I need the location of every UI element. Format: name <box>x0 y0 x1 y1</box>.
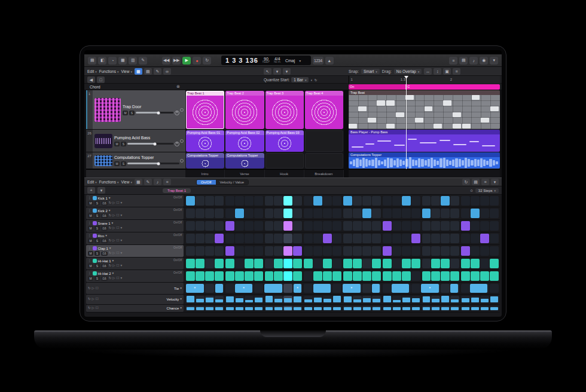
mute-button[interactable]: M <box>88 276 93 281</box>
step-cell-10[interactable] <box>274 234 283 243</box>
rotate-icon[interactable]: ↻ <box>109 277 112 280</box>
step-cell-24[interactable] <box>411 259 420 268</box>
solo-button[interactable]: S <box>94 251 100 256</box>
step-cell-30[interactable] <box>471 209 480 218</box>
step-cell-6[interactable] <box>235 209 244 218</box>
subrow-cell-1[interactable] <box>186 296 195 303</box>
step-cell-10[interactable] <box>274 271 283 281</box>
chevron-down-icon[interactable]: ▾ <box>120 277 122 280</box>
region-trap-beat[interactable]: Trap Beat <box>349 90 500 129</box>
step-cell-15[interactable] <box>323 259 332 268</box>
step-cell-13[interactable] <box>304 234 313 243</box>
chevron-down-icon[interactable]: ▾ <box>180 287 182 290</box>
step-cell-7[interactable] <box>245 221 254 231</box>
step-cell-2[interactable] <box>196 209 205 218</box>
step-cell-26[interactable] <box>431 221 440 231</box>
subrow-cell-6[interactable] <box>235 306 244 311</box>
step-cell-12[interactable] <box>293 234 302 243</box>
mixer-icon[interactable]: ▦ <box>118 57 127 65</box>
step-cell-16[interactable] <box>332 209 341 218</box>
subrow-cell-4[interactable] <box>215 306 224 311</box>
step-cell-26[interactable] <box>431 259 440 268</box>
loop-cell[interactable]: Trap Beat 2 <box>225 91 264 129</box>
step-cell-31[interactable] <box>480 271 489 281</box>
mute-button[interactable]: M <box>88 226 93 231</box>
step-cell-23[interactable] <box>402 259 411 268</box>
step-cell-32[interactable] <box>490 209 499 218</box>
drag-handle-icon[interactable]: ⋮ <box>88 197 91 200</box>
subrow-cell-10[interactable] <box>274 306 283 311</box>
step-cell-27[interactable] <box>441 196 450 206</box>
step-cell-16[interactable] <box>332 259 341 268</box>
step-cell-15[interactable] <box>323 196 332 206</box>
step-cell-4[interactable] <box>215 209 224 218</box>
tie-block[interactable]: * <box>186 284 204 293</box>
step-cell-31[interactable] <box>480 209 489 218</box>
row-play-icon[interactable]: ▷ <box>112 277 115 280</box>
step-cell-14[interactable] <box>313 221 322 231</box>
step-cell-27[interactable] <box>441 259 450 268</box>
solo-button[interactable]: S <box>94 226 100 231</box>
tools-icon[interactable]: ✎ <box>139 57 147 65</box>
region-bass-player[interactable]: Bass Player - Pump Bass <box>349 130 500 152</box>
step-cell-12[interactable] <box>293 196 302 206</box>
chevron-down-icon[interactable]: ▾ <box>109 209 111 213</box>
step-cell-2[interactable] <box>196 271 205 281</box>
step-cell-30[interactable] <box>471 246 480 256</box>
step-cell-25[interactable] <box>422 221 431 231</box>
step-cell-2[interactable] <box>196 246 205 256</box>
quantize-select[interactable]: 1 Bar▾ <box>291 77 309 82</box>
step-cell-15[interactable] <box>323 209 332 218</box>
subrow-cell-20[interactable] <box>372 296 381 303</box>
step-cell-20[interactable] <box>372 234 381 243</box>
rotate-icon[interactable]: ↻ <box>109 264 112 268</box>
step-cell-1[interactable] <box>186 209 195 218</box>
step-cell-18[interactable] <box>353 259 362 268</box>
mode-on-off-button[interactable]: On/Off <box>197 180 216 185</box>
subrow-cell-22[interactable] <box>392 306 401 311</box>
step-cell-23[interactable] <box>402 271 411 281</box>
step-cell-15[interactable] <box>323 221 332 231</box>
step-cell-24[interactable] <box>411 271 420 281</box>
empty-loop-cell[interactable] <box>305 153 343 169</box>
apple-loops-icon[interactable]: ♪ <box>469 57 478 65</box>
step-cell-4[interactable] <box>215 271 224 281</box>
seq-row-header-hi-hat-1[interactable]: ⋮Hi-Hat 1▾On/OffMS/16↻▷☐▾ <box>86 258 184 270</box>
tie-block[interactable]: * <box>235 284 253 293</box>
refresh-icon[interactable]: ↻ <box>462 179 470 185</box>
functions-menu[interactable]: Functions▾ <box>99 69 119 74</box>
pattern-menu-button[interactable]: ▾ <box>97 187 105 194</box>
solo-button[interactable]: S <box>121 161 126 166</box>
checkbox-icon[interactable]: ☐ <box>117 252 120 255</box>
step-cell-29[interactable] <box>461 271 470 281</box>
step-cell-29[interactable] <box>461 209 470 218</box>
solo-button[interactable]: S <box>129 111 135 115</box>
step-cell-10[interactable] <box>274 221 283 231</box>
subrow-cell-17[interactable] <box>343 306 352 311</box>
row-play-icon[interactable]: ▷ <box>112 214 115 218</box>
subrow-cell-1[interactable] <box>186 306 195 311</box>
search-icon[interactable]: ⊙ <box>470 189 473 192</box>
step-cell-16[interactable] <box>332 234 341 243</box>
subrow-cell-32[interactable] <box>490 306 499 311</box>
step-cell-1[interactable] <box>186 221 195 231</box>
step-cell-31[interactable] <box>480 196 489 206</box>
step-cell-24[interactable] <box>411 196 420 206</box>
step-cell-27[interactable] <box>441 234 450 243</box>
pan-knob[interactable] <box>175 111 179 115</box>
step-cell-21[interactable] <box>383 196 392 206</box>
step-cell-16[interactable] <box>332 271 341 281</box>
step-cell-13[interactable] <box>304 196 313 206</box>
step-cell-17[interactable] <box>343 271 352 281</box>
subrow-cell-28[interactable] <box>450 296 459 303</box>
chevron-down-icon[interactable]: ▾ <box>491 179 499 185</box>
step-cell-32[interactable] <box>490 246 499 256</box>
step-cell-17[interactable] <box>343 234 352 243</box>
subrow-cell-29[interactable] <box>461 296 470 303</box>
chevron-down-icon[interactable]: ▾ <box>105 234 107 238</box>
solo-button[interactable]: S <box>94 264 100 268</box>
rotate-icon[interactable]: ↻ <box>88 298 91 301</box>
step-cell-11[interactable] <box>283 221 292 231</box>
subrow-cell-23[interactable] <box>402 306 411 311</box>
step-cell-30[interactable] <box>471 196 480 206</box>
